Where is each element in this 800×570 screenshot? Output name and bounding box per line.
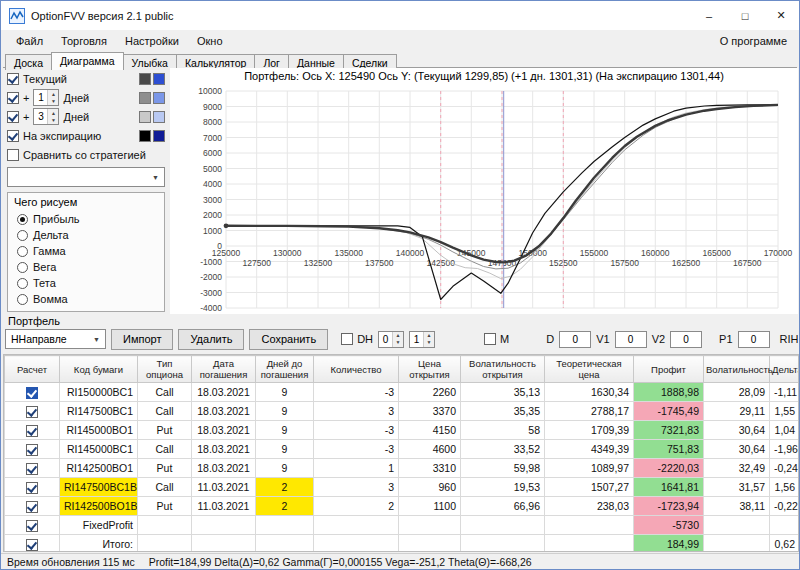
layer-checkbox[interactable] — [7, 149, 19, 161]
row-calc-checkbox[interactable] — [26, 444, 38, 456]
tab-item[interactable]: Улыбка — [123, 54, 177, 70]
spin-up-icon[interactable]: ▲ — [48, 91, 58, 98]
row-calc-checkbox[interactable] — [26, 539, 38, 551]
column-header[interactable]: Цена открытия — [399, 356, 461, 383]
p1-input[interactable] — [738, 331, 770, 348]
svg-text:165000: 165000 — [703, 248, 732, 258]
layer-checkbox[interactable] — [7, 92, 19, 104]
svg-text:-2000: -2000 — [200, 272, 222, 282]
maximize-button[interactable]: □ — [727, 1, 763, 30]
column-header[interactable]: Количество — [314, 356, 399, 383]
minimize-button[interactable]: – — [691, 1, 727, 30]
layer-label: Текущий — [23, 73, 67, 85]
line-color-swatch[interactable] — [153, 111, 165, 123]
layer-checkbox[interactable] — [7, 111, 19, 123]
chevron-down-icon: ▼ — [149, 174, 162, 181]
table-cell — [256, 535, 314, 553]
table-cell: 66,96 — [461, 497, 545, 516]
spin-down-icon[interactable]: ▼ — [424, 339, 434, 346]
menu-item[interactable]: Настройки — [116, 33, 188, 49]
tab-item[interactable]: Доска — [5, 54, 52, 70]
d-input[interactable] — [559, 331, 591, 348]
tab-active[interactable]: Диаграмма — [51, 52, 124, 70]
table-cell: 2 — [256, 478, 314, 497]
menu-item[interactable]: Торговля — [52, 33, 116, 49]
column-header[interactable]: Волатильность открытия — [461, 356, 545, 383]
column-header[interactable]: Код бумаги — [60, 356, 138, 383]
line-color-swatch[interactable] — [153, 73, 165, 85]
dh-spinner-1[interactable]: 0▲▼ — [378, 331, 404, 348]
radio-icon[interactable] — [17, 278, 28, 289]
layer-checkbox[interactable] — [7, 73, 19, 85]
column-header[interactable]: Теоретическая цена — [545, 356, 634, 383]
column-header[interactable]: Профит — [634, 356, 704, 383]
layer-toggles: Текущий+1▲▼Дней+3▲▼ДнейНа экспирациюСрав… — [5, 69, 167, 164]
draw-option[interactable]: Дельта — [14, 227, 158, 243]
table-cell: 1888,98 — [634, 383, 704, 402]
radio-icon[interactable] — [17, 262, 28, 273]
column-header[interactable]: Дельта — [770, 356, 800, 383]
line-color-swatch[interactable] — [153, 92, 165, 104]
direction-combo[interactable]: ННаправле ▼ — [5, 329, 106, 349]
draw-option[interactable]: Вомма — [14, 291, 158, 307]
delete-button[interactable]: Удалить — [178, 329, 244, 350]
row-calc-checkbox[interactable] — [26, 406, 38, 418]
column-header[interactable]: Тип опциона — [138, 356, 192, 383]
column-header[interactable]: Расчет — [5, 356, 60, 383]
m-checkbox[interactable] — [484, 333, 496, 345]
strategy-combo[interactable]: ▼ — [7, 167, 165, 187]
line-color-swatch[interactable] — [139, 73, 151, 85]
table-cell: 32,49 — [704, 459, 770, 478]
table-row: RI145000BO1Put18.03.20219-34150581709,39… — [5, 421, 800, 440]
spin-down-icon[interactable]: ▼ — [48, 98, 58, 105]
save-button[interactable]: Сохранить — [249, 329, 328, 350]
line-color-swatch[interactable] — [139, 111, 151, 123]
row-calc-checkbox[interactable] — [26, 520, 38, 532]
spin-down-icon[interactable]: ▼ — [48, 117, 58, 124]
menu-about[interactable]: О программе — [714, 33, 793, 49]
menu-item[interactable]: Файл — [7, 33, 52, 49]
import-button[interactable]: Импорт — [111, 329, 173, 350]
draw-option[interactable]: Вега — [14, 259, 158, 275]
table-cell: -1,11 — [770, 383, 800, 402]
layer-checkbox[interactable] — [7, 130, 19, 142]
spin-up-icon[interactable]: ▲ — [424, 332, 434, 339]
row-calc-checkbox[interactable] — [26, 463, 38, 475]
row-calc-checkbox[interactable] — [26, 387, 38, 399]
draw-option[interactable]: Прибыль — [14, 211, 158, 227]
table-cell: 1100 — [399, 497, 461, 516]
spin-up-icon[interactable]: ▲ — [393, 332, 403, 339]
table-cell: 9 — [256, 421, 314, 440]
payoff-chart[interactable]: 1000090008000700060005000400030002000100… — [170, 85, 796, 314]
column-header[interactable]: Дней до погашения — [256, 356, 314, 383]
calc-cell — [5, 402, 60, 421]
radio-icon[interactable] — [17, 214, 28, 225]
days-spinner[interactable]: 1▲▼ — [33, 89, 59, 106]
layer-toggle-row: +1▲▼Дней — [5, 88, 167, 107]
menu-item[interactable]: Окно — [188, 33, 232, 49]
line-color-swatch[interactable] — [139, 130, 151, 142]
draw-option[interactable]: Гамма — [14, 243, 158, 259]
table-row: RI142500BO1BPut11.03.202122110066,96238,… — [5, 497, 800, 516]
close-button[interactable]: ✕ — [763, 1, 799, 30]
v1-input[interactable] — [615, 331, 647, 348]
days-spinner[interactable]: 3▲▼ — [33, 108, 59, 125]
spin-up-icon[interactable]: ▲ — [48, 110, 58, 117]
row-calc-checkbox[interactable] — [26, 482, 38, 494]
tab-strip: ДоскаДиаграммаУлыбкаКалькуляторЛогДанные… — [3, 52, 797, 68]
draw-option[interactable]: Тета — [14, 275, 158, 291]
radio-icon[interactable] — [17, 230, 28, 241]
line-color-swatch[interactable] — [153, 130, 165, 142]
radio-icon[interactable] — [17, 294, 28, 305]
column-header[interactable]: Волатильность — [704, 356, 770, 383]
spin-down-icon[interactable]: ▼ — [393, 339, 403, 346]
radio-icon[interactable] — [17, 246, 28, 257]
row-calc-checkbox[interactable] — [26, 425, 38, 437]
dh-spinner-2[interactable]: 1▲▼ — [409, 331, 435, 348]
row-calc-checkbox[interactable] — [26, 501, 38, 513]
dh-checkbox[interactable] — [341, 333, 353, 345]
app-window: OptionFVV версия 2.1 public – □ ✕ ФайлТо… — [0, 0, 800, 570]
column-header[interactable]: Дата погашения — [192, 356, 256, 383]
line-color-swatch[interactable] — [139, 92, 151, 104]
v2-input[interactable] — [670, 331, 702, 348]
